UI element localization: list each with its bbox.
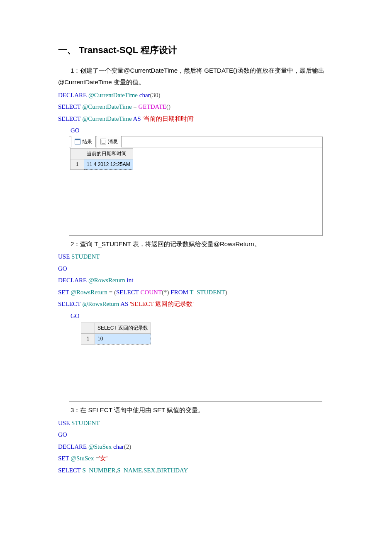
code-text: (2) — [124, 443, 131, 450]
kw-select: SELECT — [58, 467, 81, 474]
table-header-row: SELECT 返回的记录数 — [81, 323, 151, 334]
code-text: @RowsReturn — [69, 289, 109, 296]
code-line: SELECT @CurrentDateTime = GETDATE() — [58, 101, 334, 113]
code-text: @StuSex — [87, 443, 113, 450]
kw-declare: DECLARE — [58, 443, 87, 450]
messages-icon — [100, 139, 106, 144]
code-line: DECLARE @StuSex char(2) — [58, 441, 334, 453]
row-number[interactable]: 1 — [71, 159, 84, 170]
kw-select: SELECT — [58, 103, 81, 110]
code-text: = — [109, 289, 112, 296]
kw-set: SET — [58, 455, 69, 462]
code-text: S_NUMBER — [81, 467, 116, 474]
code-line: SELECT S_NUMBER,S_NAME,SEX,BIRTHDAY — [58, 465, 334, 477]
code-text: T_STUDENT — [188, 289, 225, 296]
code-text: @CurrentDateTime — [81, 103, 134, 110]
code-text: BIRTHDAY — [157, 467, 188, 474]
kw-use: USE — [58, 253, 70, 260]
tab-results-label: 结果 — [82, 137, 92, 147]
string-literal: 'SELECT 返回的记录数' — [128, 301, 194, 307]
table-row: 1 10 — [81, 334, 151, 345]
code-text: @StuSex — [69, 455, 95, 462]
code-line: SET @StuSex ='女' — [58, 452, 334, 465]
results-body: SELECT 返回的记录数 1 10 — [69, 322, 322, 401]
code-text: (*) — [162, 289, 169, 296]
column-header[interactable]: 当前的日期和时间 — [84, 148, 133, 159]
code-text: = — [133, 103, 136, 110]
rownum-header — [81, 323, 95, 334]
code-text: @RowsReturn — [81, 301, 121, 307]
results-body: 当前的日期和时间 1 11 4 2012 12:25AM — [69, 147, 322, 235]
table-header-row: 当前的日期和时间 — [71, 148, 133, 159]
code-text: @RowsReturn — [87, 277, 127, 284]
kw-go: GO — [71, 125, 334, 137]
result-cell[interactable]: 11 4 2012 12:25AM — [84, 159, 133, 170]
code-line: SET @RowsReturn = (SELECT COUNT(*) FROM … — [58, 286, 334, 298]
code-text: @CurrentDateTime — [87, 92, 139, 98]
tab-messages[interactable]: 消息 — [97, 136, 122, 147]
results-grid: SELECT 返回的记录数 1 10 — [81, 323, 151, 345]
kw-from: FROM — [169, 289, 188, 296]
kw-select: SELECT — [58, 115, 81, 122]
code-text: () — [166, 103, 170, 110]
code-text: SEX — [144, 467, 155, 474]
code-text: STUDENT — [70, 420, 100, 426]
code-line: SELECT @RowsReturn AS 'SELECT 返回的记录数' — [58, 298, 334, 310]
code-line: DECLARE @CurrentDateTime char(30) — [58, 89, 334, 101]
row-number[interactable]: 1 — [81, 334, 95, 345]
column-header[interactable]: SELECT 返回的记录数 — [95, 323, 151, 334]
results-grid: 当前的日期和时间 1 11 4 2012 12:25AM — [70, 148, 133, 170]
kw-char: char — [139, 92, 150, 98]
kw-int: int — [127, 277, 134, 284]
kw-select: SELECT — [58, 301, 81, 307]
kw-go: GO — [58, 429, 334, 441]
code-line: DECLARE @RowsReturn int — [58, 274, 334, 286]
grid-icon — [75, 139, 80, 144]
tabs-row: 结果 消息 — [69, 137, 322, 147]
kw-declare: DECLARE — [58, 92, 87, 98]
tab-messages-label: 消息 — [108, 137, 118, 147]
string-literal: '当前的日期和时间' — [141, 115, 195, 122]
section1-desc: 1：创建了一个变量@CurrentDateTime，然后将 GETDATE()函… — [58, 65, 334, 88]
results-panel-2: SELECT 返回的记录数 1 10 — [69, 322, 322, 402]
kw-use: USE — [58, 420, 70, 426]
results-panel-1: 结果 消息 当前的日期和时间 1 11 4 2012 12:25AM — [69, 137, 323, 236]
code-line: USE STUDENT — [58, 417, 334, 429]
kw-as: AS — [120, 301, 128, 307]
func-count: COUNT — [139, 289, 162, 296]
kw-go: GO — [71, 310, 334, 322]
code-text: ( — [112, 289, 116, 296]
code-text: ) — [225, 289, 227, 296]
kw-set: SET — [58, 289, 69, 296]
kw-select: SELECT — [116, 289, 139, 296]
kw-declare: DECLARE — [58, 277, 87, 284]
section3-desc: 3：在 SELECT 语句中使用由 SET 赋值的变量。 — [58, 404, 334, 416]
tab-results[interactable]: 结果 — [71, 136, 96, 147]
result-cell[interactable]: 10 — [95, 334, 151, 345]
func-getdate: GETDATE — [137, 103, 166, 110]
page-heading: 一、 Transact-SQL 程序设计 — [58, 42, 334, 59]
kw-go: GO — [58, 263, 334, 275]
code-text: (30) — [150, 92, 161, 98]
string-literal: '女' — [99, 455, 107, 462]
code-text: = — [95, 455, 99, 462]
code-line: USE STUDENT — [58, 251, 334, 263]
rownum-header — [71, 148, 84, 159]
code-text: @CurrentDateTime — [81, 115, 133, 122]
section2-desc: 2：查询 T_STUDENT 表，将返回的记录数赋给变量@RowsReturn。 — [58, 238, 334, 250]
code-text: STUDENT — [70, 253, 100, 260]
kw-char: char — [113, 443, 124, 450]
code-line: SELECT @CurrentDateTime AS '当前的日期和时间' — [58, 113, 334, 125]
table-row: 1 11 4 2012 12:25AM — [71, 159, 133, 170]
code-text: S_NAME — [117, 467, 142, 474]
kw-as: AS — [133, 115, 141, 122]
